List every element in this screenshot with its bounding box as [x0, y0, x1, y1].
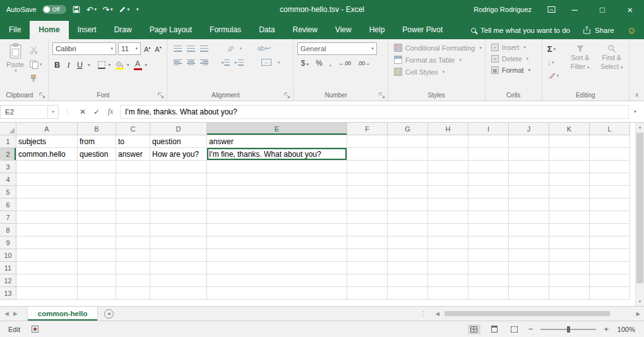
cell-I3[interactable] — [468, 161, 509, 173]
column-header-C[interactable]: C — [116, 123, 150, 135]
cell-B12[interactable] — [78, 274, 116, 287]
cell-I10[interactable] — [468, 249, 509, 262]
enter-button[interactable]: ✓ — [90, 107, 104, 116]
cell-G3[interactable] — [388, 161, 428, 173]
chevron-down-icon[interactable]: ▾ — [110, 7, 113, 12]
align-right-button[interactable] — [200, 59, 208, 66]
accounting-format-button[interactable]: $▾ — [301, 59, 309, 68]
format-as-table-button[interactable]: Format as Table▾ — [390, 54, 484, 66]
row-header-5[interactable]: 5 — [0, 186, 16, 199]
cell-K6[interactable] — [549, 199, 590, 211]
cell-D4[interactable] — [150, 173, 207, 186]
cell-K13[interactable] — [549, 287, 590, 300]
cell-E2-active[interactable]: I'm fine, thanks. What about you? — [207, 148, 347, 161]
cell-H3[interactable] — [428, 161, 468, 173]
cell-J7[interactable] — [509, 211, 549, 224]
row-header-6[interactable]: 6 — [0, 199, 16, 211]
row-header-3[interactable]: 3 — [0, 161, 16, 173]
font-color-button[interactable]: A — [134, 60, 142, 70]
cell-F4[interactable] — [347, 173, 388, 186]
cell-G10[interactable] — [388, 249, 428, 262]
column-header-G[interactable]: G — [388, 123, 428, 135]
cell-E12[interactable] — [207, 274, 347, 287]
vertical-scrollbar-thumb[interactable] — [636, 133, 643, 283]
increase-indent-button[interactable]: ▸ — [235, 59, 244, 66]
orientation-button[interactable]: ab — [226, 44, 235, 52]
chevron-down-icon[interactable]: ▾ — [278, 60, 280, 65]
font-size-select[interactable]: 11▾ — [118, 42, 141, 55]
column-header-K[interactable]: K — [549, 123, 590, 135]
scroll-down-arrow-icon[interactable]: ▾ — [636, 297, 644, 306]
cell-G2[interactable] — [388, 148, 428, 161]
cell-C13[interactable] — [116, 287, 150, 300]
cell-K10[interactable] — [549, 249, 590, 262]
cell-C2[interactable]: answer — [116, 148, 150, 161]
cell-K1[interactable] — [549, 135, 590, 148]
font-name-select[interactable]: Calibri▾ — [52, 42, 116, 55]
column-header-L[interactable]: L — [590, 123, 630, 135]
cell-J9[interactable] — [509, 236, 549, 249]
cell-A6[interactable] — [16, 199, 78, 211]
formula-input[interactable]: I'm fine, thanks. What about you? — [120, 105, 629, 119]
cut-button[interactable] — [28, 44, 44, 56]
cell-D11[interactable] — [150, 262, 207, 274]
tab-power-pivot[interactable]: Power Pivot — [393, 21, 451, 39]
row-header-9[interactable]: 9 — [0, 236, 16, 249]
autosum-button[interactable]: Σ▾ — [546, 43, 564, 55]
normal-view-button[interactable] — [468, 324, 480, 334]
cell-J4[interactable] — [509, 173, 549, 186]
cell-A13[interactable] — [16, 287, 78, 300]
cell-H12[interactable] — [428, 274, 468, 287]
cell-I6[interactable] — [468, 199, 509, 211]
conditional-formatting-button[interactable]: Conditional Formatting▾ — [390, 42, 484, 54]
cell-G1[interactable] — [388, 135, 428, 148]
cell-L7[interactable] — [590, 211, 630, 224]
cell-L9[interactable] — [590, 236, 630, 249]
cell-F2[interactable] — [347, 148, 388, 161]
increase-decimal-button[interactable]: ←.00 — [338, 60, 351, 66]
cell-A12[interactable] — [16, 274, 78, 287]
cell-D2[interactable]: How are you? — [150, 148, 207, 161]
alignment-dialog-launcher[interactable] — [284, 92, 290, 98]
cell-J11[interactable] — [509, 262, 549, 274]
cell-L6[interactable] — [590, 199, 630, 211]
cell-D13[interactable] — [150, 287, 207, 300]
cell-G9[interactable] — [388, 236, 428, 249]
column-header-F[interactable]: F — [347, 123, 388, 135]
cell-E5[interactable] — [207, 186, 347, 199]
tab-page-layout[interactable]: Page Layout — [141, 21, 201, 39]
cell-A2[interactable]: common.hello — [16, 148, 78, 161]
name-box[interactable]: E2 — [0, 105, 48, 119]
cell-J1[interactable] — [509, 135, 549, 148]
new-sheet-button[interactable]: + — [104, 309, 114, 319]
cell-E13[interactable] — [207, 287, 347, 300]
wrap-text-button[interactable]: ab↩ — [257, 44, 270, 52]
cell-A8[interactable] — [16, 224, 78, 236]
customize-quick-access-button[interactable]: ▾ — [135, 7, 139, 12]
save-button[interactable] — [72, 5, 81, 14]
cell-E9[interactable] — [207, 236, 347, 249]
tab-insert[interactable]: Insert — [69, 21, 105, 39]
cell-H13[interactable] — [428, 287, 468, 300]
insert-function-button[interactable]: fx — [104, 107, 117, 116]
cell-J3[interactable] — [509, 161, 549, 173]
cell-G7[interactable] — [388, 211, 428, 224]
cell-L12[interactable] — [590, 274, 630, 287]
cell-A4[interactable] — [16, 173, 78, 186]
zoom-out-button[interactable]: − — [528, 324, 534, 334]
tab-draw[interactable]: Draw — [105, 21, 141, 39]
cell-B4[interactable] — [78, 173, 116, 186]
vertical-scrollbar[interactable]: ▴ ▾ — [635, 123, 644, 306]
sort-filter-button[interactable]: Sort & Filter ▾ — [564, 42, 596, 82]
cell-B3[interactable] — [78, 161, 116, 173]
italic-button[interactable]: I — [64, 61, 73, 70]
cell-L10[interactable] — [590, 249, 630, 262]
clipboard-dialog-launcher[interactable] — [39, 92, 45, 98]
tab-formulas[interactable]: Formulas — [201, 21, 250, 39]
tab-review[interactable]: Review — [283, 21, 326, 39]
cell-F10[interactable] — [347, 249, 388, 262]
column-header-E[interactable]: E — [207, 123, 347, 135]
cell-I7[interactable] — [468, 211, 509, 224]
row-header-13[interactable]: 13 — [0, 287, 16, 300]
column-header-D[interactable]: D — [150, 123, 207, 135]
